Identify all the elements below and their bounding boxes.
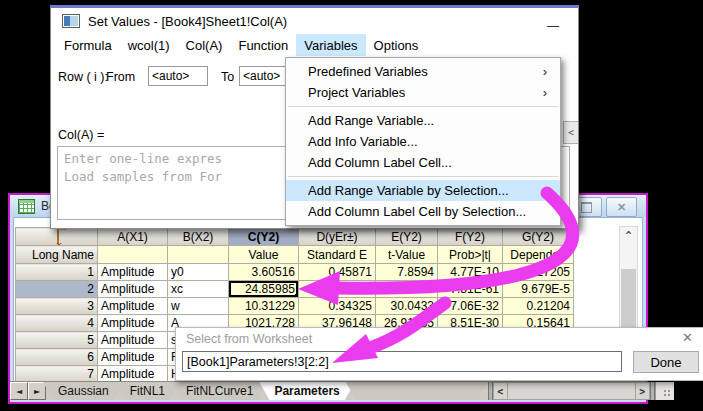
- column-header-e[interactable]: E(Y2): [376, 228, 438, 246]
- select-from-worksheet-dialog: Select from Worksheet ✕ Done: [175, 327, 703, 381]
- column-header-d[interactable]: D(yEr±): [299, 228, 376, 246]
- select-all-corner[interactable]: [16, 228, 98, 246]
- long-name-row: Long Name Value Standard E t-Value Prob>…: [16, 246, 574, 264]
- set-values-icon: [62, 14, 80, 28]
- target-column-label: Col(A) =: [58, 128, 104, 142]
- column-header-b[interactable]: B(X2): [168, 228, 229, 246]
- row-header[interactable]: 4: [16, 315, 98, 332]
- cell[interactable]: Standard E: [299, 246, 376, 264]
- cell[interactable]: y0: [168, 264, 229, 281]
- table-row: 2 Amplitude xc 24.85985 0.18981 130.9714…: [16, 281, 574, 298]
- submenu-arrow-icon: ›: [543, 64, 547, 79]
- scroll-left-icon[interactable]: <: [493, 382, 508, 400]
- origin-app-screen: Boo ✕ A(X1) B(X2) C(Y2) D(yEr±) E(Y2): [0, 0, 703, 411]
- cell[interactable]: t-Value: [376, 246, 438, 264]
- done-button[interactable]: Done: [633, 351, 699, 373]
- set-values-titlebar[interactable]: Set Values - [Book4]Sheet1!Col(A): [51, 8, 578, 34]
- row-header[interactable]: 5: [16, 332, 98, 349]
- tab-fitnlcurve1[interactable]: FitNLCurve1: [171, 382, 268, 400]
- cell[interactable]: xc: [168, 281, 229, 298]
- cell[interactable]: 3.60516: [229, 264, 299, 281]
- cell[interactable]: Amplitude: [98, 332, 168, 349]
- row-header-selected[interactable]: 2: [16, 281, 98, 298]
- menu-function[interactable]: Function: [230, 34, 296, 56]
- minimize-icon[interactable]: —: [546, 19, 560, 33]
- cell[interactable]: 0.34325: [299, 298, 376, 315]
- cell[interactable]: Dependen: [503, 246, 574, 264]
- menu-item-project-variables[interactable]: Project Variables ›: [286, 82, 560, 103]
- column-header-c-selected[interactable]: C(Y2): [229, 228, 299, 246]
- cell[interactable]: 0.18981: [299, 281, 376, 298]
- cell[interactable]: w: [168, 298, 229, 315]
- select-dialog-title: Select from Worksheet: [186, 332, 312, 346]
- cell[interactable]: 9.679E-5: [503, 281, 574, 298]
- row-header[interactable]: 1: [16, 264, 98, 281]
- menu-item-add-column-label-cell-by-selection[interactable]: Add Column Label Cell by Selection...: [286, 201, 560, 222]
- cell[interactable]: [98, 246, 168, 264]
- cell[interactable]: 0.45871: [299, 264, 376, 281]
- row-header-longname[interactable]: Long Name: [16, 246, 98, 264]
- tab-strip-filler: [346, 382, 488, 400]
- submenu-arrow-icon: ›: [543, 85, 547, 100]
- menu-item-add-info-variable[interactable]: Add Info Variable...: [286, 131, 560, 152]
- menu-item-predefined-variables[interactable]: Predefined Variables ›: [286, 61, 560, 82]
- horizontal-scrollbar[interactable]: [508, 382, 635, 400]
- sheet-tab-bar: ◄ ► Gaussian FitNL1 FitNLCurve1 Paramete…: [10, 381, 646, 400]
- cell[interactable]: [168, 246, 229, 264]
- menu-col-a[interactable]: Col(A): [178, 34, 231, 56]
- range-input[interactable]: [182, 351, 622, 372]
- cell[interactable]: Amplitude: [98, 366, 168, 383]
- cell[interactable]: Prob>|t|: [438, 246, 503, 264]
- tab-gaussian[interactable]: Gaussian: [43, 382, 124, 400]
- menu-options[interactable]: Options: [366, 34, 427, 56]
- menu-item-add-range-variable[interactable]: Add Range Variable...: [286, 110, 560, 131]
- set-values-title: Set Values - [Book4]Sheet1!Col(A): [88, 14, 287, 29]
- cell[interactable]: Amplitude: [98, 349, 168, 366]
- row-header[interactable]: 3: [16, 298, 98, 315]
- to-label: To: [221, 70, 234, 84]
- cell[interactable]: 30.0433: [376, 298, 438, 315]
- restore-icon: [581, 202, 592, 213]
- resize-grip[interactable]: [655, 382, 674, 400]
- close-icon: ✕: [617, 201, 626, 214]
- column-header-f[interactable]: F(Y2): [438, 228, 503, 246]
- tab-parameters[interactable]: Parameters: [259, 382, 354, 400]
- close-icon[interactable]: ✕: [682, 330, 693, 345]
- menu-formula[interactable]: Formula: [56, 34, 120, 56]
- scroll-right-icon[interactable]: >: [635, 382, 650, 400]
- tab-prev-icon[interactable]: ◄: [10, 382, 28, 400]
- cell[interactable]: 0.21204: [503, 298, 574, 315]
- column-header-g[interactable]: G(Y2): [503, 228, 574, 246]
- table-row: 1 Amplitude y0 3.60516 0.45871 7.8594 4.…: [16, 264, 574, 281]
- cell[interactable]: 4.77E-10: [438, 264, 503, 281]
- menu-variables[interactable]: Variables: [296, 34, 365, 56]
- from-input[interactable]: [148, 66, 208, 86]
- cell[interactable]: 0.27205: [503, 264, 574, 281]
- menu-item-add-column-label-cell[interactable]: Add Column Label Cell...: [286, 152, 560, 173]
- close-button[interactable]: ✕: [606, 197, 637, 217]
- tab-fitnl1[interactable]: FitNL1: [115, 382, 180, 400]
- cell[interactable]: Amplitude: [98, 281, 168, 298]
- column-header-row: A(X1) B(X2) C(Y2) D(yEr±) E(Y2) F(Y2) G(…: [16, 228, 574, 246]
- cell[interactable]: 130.9714: [376, 281, 438, 298]
- cell[interactable]: Amplitude: [98, 298, 168, 315]
- cell[interactable]: Amplitude: [98, 264, 168, 281]
- column-header-a[interactable]: A(X1): [98, 228, 168, 246]
- cell[interactable]: 7.81E-61: [438, 281, 503, 298]
- cell[interactable]: 10.31229: [229, 298, 299, 315]
- cell[interactable]: 7.8594: [376, 264, 438, 281]
- row-header[interactable]: 6: [16, 349, 98, 366]
- cell[interactable]: Amplitude: [98, 315, 168, 332]
- menu-item-add-range-variable-by-selection[interactable]: Add Range Variable by Selection...: [286, 180, 560, 201]
- cell[interactable]: 7.06E-32: [438, 298, 503, 315]
- scroll-up-icon[interactable]: ^: [620, 227, 637, 243]
- selected-cell[interactable]: 24.85985: [229, 281, 299, 298]
- cell[interactable]: Value: [229, 246, 299, 264]
- menu-separator: [288, 176, 558, 177]
- tab-next-icon[interactable]: ►: [28, 382, 46, 400]
- row-range-label: Row ( i ):: [58, 70, 108, 84]
- menu-wcol[interactable]: wcol(1): [120, 34, 178, 56]
- variables-dropdown-menu: Predefined Variables › Project Variables…: [285, 57, 561, 226]
- row-header[interactable]: 7: [16, 366, 98, 383]
- collapse-panel-icon[interactable]: <: [563, 121, 578, 144]
